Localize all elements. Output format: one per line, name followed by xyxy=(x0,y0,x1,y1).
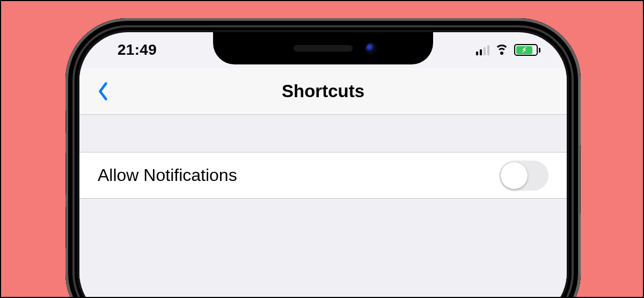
settings-row-allow-notifications[interactable]: Allow Notifications xyxy=(79,152,567,199)
charging-bolt-icon: ⚡︎ xyxy=(522,46,527,54)
device-notch xyxy=(213,32,433,64)
power-button xyxy=(580,144,581,214)
status-right-cluster: ⚡︎ xyxy=(476,44,543,56)
cell-signal-icon xyxy=(476,45,490,55)
earpiece-speaker xyxy=(294,45,353,52)
phone-screen: 21:49 ⚡︎ xyxy=(79,32,567,298)
volume-up-button xyxy=(65,152,66,195)
allow-notifications-toggle[interactable] xyxy=(499,161,548,191)
back-button[interactable] xyxy=(92,81,114,102)
toggle-knob xyxy=(501,162,528,189)
iphone-device-frame: 21:49 ⚡︎ xyxy=(65,18,581,298)
front-camera xyxy=(366,43,376,53)
navigation-bar: Shortcuts xyxy=(79,68,567,115)
wifi-icon xyxy=(495,45,509,55)
settings-row-label: Allow Notifications xyxy=(98,165,237,185)
section-spacer xyxy=(79,115,567,152)
battery-icon: ⚡︎ xyxy=(514,44,540,56)
chevron-left-icon xyxy=(97,81,109,101)
silence-switch xyxy=(65,110,66,134)
settings-content: Allow Notifications xyxy=(79,115,567,298)
status-time: 21:49 xyxy=(104,41,157,59)
page-title: Shortcuts xyxy=(282,81,364,101)
volume-down-button xyxy=(65,206,66,249)
